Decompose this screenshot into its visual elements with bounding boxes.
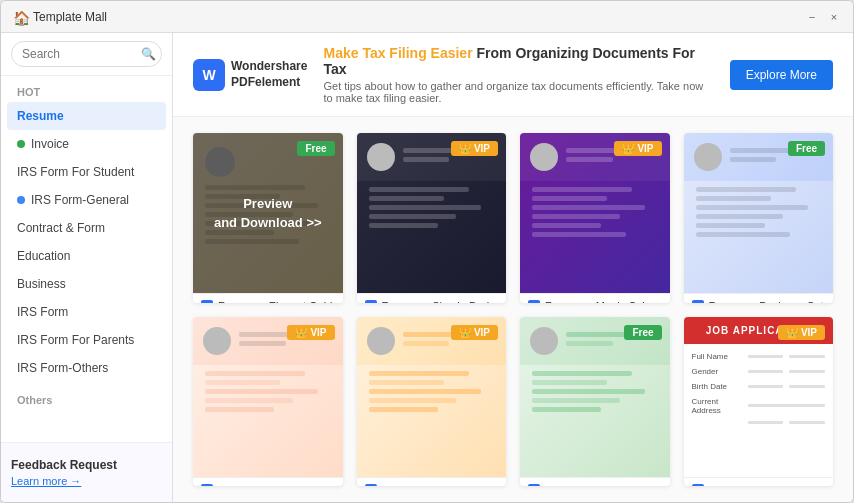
field-line <box>789 421 825 424</box>
card-thumb-job-application: 👑 VIP JOB APPLICATION Full Name <box>684 317 834 477</box>
thumb-line <box>532 407 601 412</box>
card-thumb-magic-color: 👑 VIP <box>520 133 670 293</box>
field-line <box>789 385 825 388</box>
badge-free-business-set: Free <box>788 141 825 156</box>
template-card-job-application[interactable]: 👑 VIP JOB APPLICATION Full Name <box>684 317 834 487</box>
field-line <box>789 355 825 358</box>
sidebar-item-irs-others[interactable]: IRS Form-Others <box>1 354 172 382</box>
banner-heading-normal: Make Tax Filing Easier <box>323 45 472 61</box>
field-line <box>748 355 784 358</box>
banner-logo: W Wondershare PDFelement <box>193 59 307 91</box>
job-field-gender: Gender <box>692 367 826 376</box>
crown-icon: 👑 <box>459 327 471 338</box>
thumb-line <box>369 407 438 412</box>
thumb-line <box>205 380 280 385</box>
card-thumb-palette-peach: 👑 VIP <box>193 317 343 477</box>
sidebar-item-contract[interactable]: Contract & Form <box>1 214 172 242</box>
banner-heading: Make Tax Filing Easier From Organizing D… <box>323 45 713 77</box>
template-card-magic-color[interactable]: 👑 VIP <box>520 133 670 303</box>
job-field-extra <box>692 421 826 424</box>
banner-logo-text: Wondershare PDFelement <box>231 59 307 90</box>
card-footer: Resume - Elegant Gold <box>193 293 343 303</box>
window-controls: − × <box>805 10 841 24</box>
thumb-line <box>696 205 809 210</box>
titlebar: 🏠 Template Mall − × <box>1 1 853 33</box>
thumb-header <box>520 317 670 365</box>
template-card-simple-dark[interactable]: 👑 VIP <box>357 133 507 303</box>
card-footer: Resume - Palette Green <box>520 477 670 487</box>
template-card-business-set[interactable]: Free <box>684 133 834 303</box>
job-field-fullname: Full Name <box>692 352 826 361</box>
card-footer: Resume - Magic Color <box>520 293 670 303</box>
card-thumb-palette-green: Free <box>520 317 670 477</box>
card-footer: Resume - Simple Dark <box>357 293 507 303</box>
thumb-content <box>520 181 670 255</box>
thumb-line <box>532 196 607 201</box>
thumb-line <box>403 341 450 346</box>
thumb-line <box>205 407 274 412</box>
thumb-line <box>696 232 790 237</box>
card-type-icon <box>201 300 213 303</box>
thumb-line <box>532 380 607 385</box>
sidebar-item-irs-parents[interactable]: IRS Form For Parents <box>1 326 172 354</box>
sidebar-item-irs-general[interactable]: IRS Form-General <box>1 186 172 214</box>
content-area: W Wondershare PDFelement Make Tax Filing… <box>173 33 853 502</box>
search-input[interactable] <box>11 41 162 67</box>
banner-text: Make Tax Filing Easier From Organizing D… <box>323 45 713 104</box>
feedback-link[interactable]: Learn more → <box>11 475 162 487</box>
card-type-icon <box>692 484 704 487</box>
banner-subtext: Get tips about how to gather and organiz… <box>323 80 713 104</box>
card-name-business-set: Resume - Business Set <box>709 300 824 303</box>
field-label: Full Name <box>692 352 742 361</box>
sidebar-item-invoice[interactable]: Invoice <box>1 130 172 158</box>
sidebar: 🔍 HOT Resume Invoice IRS Form For Studen… <box>1 33 173 502</box>
preview-overlay[interactable]: Previewand Download >> <box>193 133 343 293</box>
feedback-block: Feedback Request Learn more → <box>11 458 162 487</box>
sidebar-item-irs-form[interactable]: IRS Form <box>1 298 172 326</box>
sidebar-item-business[interactable]: Business <box>1 270 172 298</box>
search-wrapper: 🔍 <box>11 41 162 67</box>
thumb-avatar-circle <box>367 143 395 171</box>
thumb-line <box>369 398 457 403</box>
sidebar-item-business-label: Business <box>17 277 66 291</box>
crown-icon: 👑 <box>786 327 798 338</box>
field-line <box>748 404 826 407</box>
template-card-palette-peach[interactable]: 👑 VIP <box>193 317 343 487</box>
sidebar-footer: Feedback Request Learn more → <box>1 442 172 502</box>
banner: W Wondershare PDFelement Make Tax Filing… <box>173 33 853 117</box>
titlebar-left: 🏠 Template Mall <box>13 10 107 24</box>
thumb-avatar-circle <box>530 143 558 171</box>
sidebar-item-irs-student[interactable]: IRS Form For Student <box>1 158 172 186</box>
thumb-line <box>532 232 626 237</box>
job-fields: Full Name Gender Birth Date <box>684 344 834 438</box>
app-window: 🏠 Template Mall − × 🔍 HOT Resume <box>0 0 854 503</box>
card-type-icon <box>528 484 540 487</box>
close-button[interactable]: × <box>827 10 841 24</box>
search-icon[interactable]: 🔍 <box>141 47 156 61</box>
thumb-line <box>566 332 631 337</box>
card-thumb-palette-orange: 👑 VIP <box>357 317 507 477</box>
sidebar-item-irs-form-label: IRS Form <box>17 305 68 319</box>
field-line <box>748 370 784 373</box>
thumb-avatar-circle <box>203 327 231 355</box>
sidebar-item-education[interactable]: Education <box>1 242 172 270</box>
template-card-palette-green[interactable]: Free <box>520 317 670 487</box>
thumb-line <box>532 205 645 210</box>
template-card-elegant-gold[interactable]: Free Previewand Download >> <box>193 133 343 303</box>
template-card-palette-orange[interactable]: 👑 VIP <box>357 317 507 487</box>
thumb-line <box>696 187 796 192</box>
sidebar-item-resume[interactable]: Resume <box>7 102 166 130</box>
explore-more-button[interactable]: Explore More <box>730 60 833 90</box>
minimize-button[interactable]: − <box>805 10 819 24</box>
thumb-line <box>696 223 765 228</box>
sidebar-item-education-label: Education <box>17 249 70 263</box>
others-section-label: Others <box>1 390 172 410</box>
thumb-line <box>403 157 450 162</box>
thumb-content <box>193 365 343 430</box>
thumb-line <box>696 214 784 219</box>
thumb-line <box>369 380 444 385</box>
thumb-line <box>205 371 305 376</box>
thumb-line <box>532 223 601 228</box>
thumb-line <box>730 157 777 162</box>
thumb-header <box>357 317 507 365</box>
